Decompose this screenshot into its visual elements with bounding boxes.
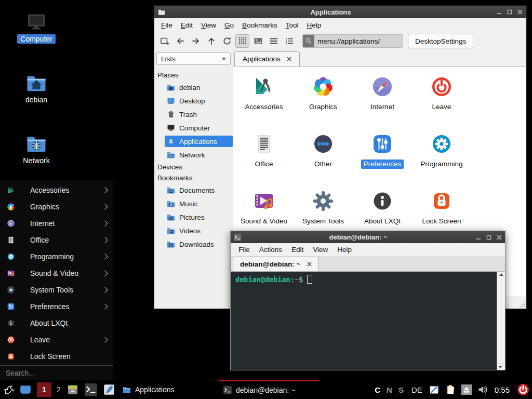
menu-help[interactable]: Help <box>332 245 356 255</box>
app-item-leave[interactable]: Leave <box>412 72 471 129</box>
menu-actions[interactable]: Actions <box>255 245 287 255</box>
sidebar-item-computer[interactable]: Computer <box>154 121 233 135</box>
leave-button[interactable] <box>514 380 532 399</box>
menu-item-lock-screen[interactable]: Lock Screen <box>0 348 113 365</box>
address-input[interactable] <box>314 37 403 45</box>
detailed-list-button[interactable] <box>267 34 281 48</box>
menu-item-preferences[interactable]: Preferences <box>0 298 113 315</box>
home-folder-icon <box>26 72 47 93</box>
menu-item-programming[interactable]: Programming <box>0 248 113 265</box>
reload-button[interactable] <box>220 34 234 48</box>
show-desktop-button[interactable] <box>18 380 33 399</box>
tab-close-icon[interactable] <box>287 57 291 61</box>
app-item-preferences[interactable]: Preferences <box>353 129 412 186</box>
menu-help[interactable]: Help <box>302 20 325 30</box>
up-button[interactable] <box>204 34 218 48</box>
sidebar-item-downloads[interactable]: Downloads <box>154 237 233 251</box>
sidebar-item-documents[interactable]: Documents <box>154 183 233 197</box>
menu-file[interactable]: File <box>234 245 255 255</box>
maximize-button[interactable] <box>507 9 512 15</box>
close-button[interactable] <box>496 234 502 240</box>
back-button[interactable] <box>173 34 187 48</box>
thumbnail-view-button[interactable] <box>251 34 265 48</box>
file-manager-launcher[interactable] <box>65 382 80 397</box>
menu-item-internet[interactable]: Internet <box>0 215 113 232</box>
app-item-programming[interactable]: Programming <box>412 129 471 186</box>
menu-tool[interactable]: Tool <box>282 20 303 30</box>
new-tab-button[interactable] <box>157 34 171 48</box>
clipboard-tray-icon[interactable] <box>445 384 456 395</box>
sidebar-item-desktop[interactable]: Desktop <box>154 94 233 108</box>
desktop-icon-network[interactable]: Network <box>12 133 60 165</box>
keyboard-layout-indicator[interactable]: DE <box>411 385 422 394</box>
power-icon <box>517 383 529 396</box>
app-menu-button[interactable] <box>0 380 18 399</box>
eject-tray-icon[interactable] <box>461 384 472 395</box>
scroll-down-icon[interactable] <box>498 366 502 368</box>
terminal-screen[interactable]: debian@debian:~$ <box>231 272 497 370</box>
terminal-tab[interactable]: debian@debian: ~ <box>233 257 319 271</box>
minimize-button[interactable] <box>496 9 502 15</box>
forward-button[interactable] <box>189 34 203 48</box>
menu-item-graphics[interactable]: Graphics <box>0 198 113 215</box>
menu-file[interactable]: File <box>157 20 177 30</box>
menu-item-office[interactable]: Office <box>0 232 113 248</box>
task-applications[interactable]: Applications <box>118 380 219 399</box>
sidebar-item-pictures[interactable]: Pictures <box>154 210 233 224</box>
menu-edit[interactable]: Edit <box>177 20 197 30</box>
volume-tray-icon[interactable] <box>477 384 488 395</box>
close-button[interactable] <box>517 9 523 15</box>
task-terminal[interactable]: debian@debian: ~ <box>219 380 320 399</box>
devices-header[interactable]: Devices <box>154 162 233 172</box>
window-title: debian@debian: ~ <box>241 233 475 241</box>
menu-bookmarks[interactable]: Bookmarks <box>238 20 282 30</box>
fm-titlebar[interactable]: Applications <box>154 6 526 18</box>
sidebar-item-trash[interactable]: Trash <box>154 108 233 121</box>
sidebar-mode-select[interactable]: Lists <box>156 52 231 65</box>
maximize-button[interactable] <box>486 234 491 240</box>
resize-grip[interactable] <box>519 301 525 308</box>
desktop-icon-computer[interactable]: Computer <box>12 11 60 44</box>
menu-view[interactable]: View <box>308 245 332 255</box>
clock[interactable]: 0:55 <box>495 385 510 394</box>
tab-applications[interactable]: Applications <box>234 51 300 66</box>
sidebar-item-applications[interactable]: Applications <box>154 135 233 148</box>
app-item-accessories[interactable]: Accessories <box>234 72 294 129</box>
icon-view-button[interactable] <box>235 34 249 48</box>
terminal-titlebar[interactable]: debian@debian: ~ <box>231 231 505 243</box>
menu-view[interactable]: View <box>197 20 220 30</box>
menu-edit[interactable]: Edit <box>287 245 308 255</box>
places-header[interactable]: Places <box>154 70 233 81</box>
sidebar-item-network[interactable]: Network <box>154 148 233 162</box>
scroll-up-icon[interactable] <box>499 273 503 276</box>
sidebar-item-videos[interactable]: Videos <box>154 224 233 237</box>
sidebar-item-music[interactable]: Music <box>154 197 233 210</box>
menu-item-about-lxqt[interactable]: About LXQt <box>0 315 113 331</box>
screenshot-tray-icon[interactable] <box>429 384 440 395</box>
address-bar[interactable] <box>302 34 403 48</box>
sidebar-item-home[interactable]: debian <box>154 81 233 94</box>
tab-close-icon[interactable] <box>307 262 312 267</box>
desktop-icon-home[interactable]: debian <box>12 72 60 104</box>
taskbar: 1 2 Applications debian@debian: ~ C N S … <box>0 380 532 399</box>
compact-list-button[interactable] <box>282 34 296 48</box>
search-input[interactable] <box>5 368 109 378</box>
terminal-menubar: File Actions Edit View Help <box>231 243 505 256</box>
menu-item-accessories[interactable]: Accessories <box>0 182 113 198</box>
terminal-scrollbar[interactable] <box>497 272 505 370</box>
menu-go[interactable]: Go <box>220 20 238 30</box>
workspace-2-button[interactable]: 2 <box>54 385 63 394</box>
app-item-other[interactable]: Other <box>294 129 353 186</box>
bookmarks-header[interactable]: Bookmarks <box>154 172 233 183</box>
app-item-internet[interactable]: Internet <box>353 72 412 129</box>
workspace-1-button[interactable]: 1 <box>37 382 51 397</box>
app-item-office[interactable]: Office <box>234 129 294 186</box>
minimize-button[interactable] <box>475 234 481 240</box>
app-item-graphics[interactable]: Graphics <box>294 72 353 129</box>
menu-item-leave[interactable]: Leave <box>0 331 113 348</box>
terminal-launcher[interactable] <box>83 382 98 397</box>
text-editor-launcher[interactable] <box>101 382 116 397</box>
desktop-settings-button[interactable]: DesktopSettings <box>408 34 473 48</box>
menu-item-system-tools[interactable]: System Tools <box>0 282 113 298</box>
menu-item-sound-video[interactable]: Sound & Video <box>0 265 113 282</box>
